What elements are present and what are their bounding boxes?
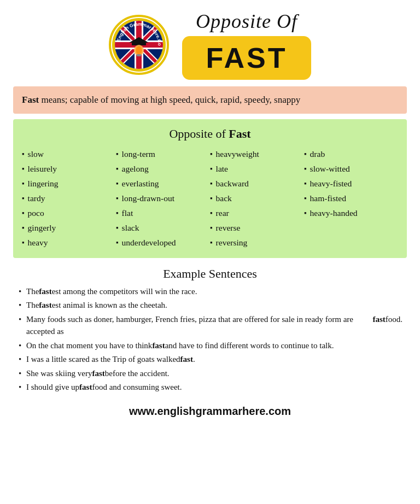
sentence-item: The fastest among the competitors will w… [18, 285, 402, 298]
word-text: slack [122, 221, 139, 235]
bullet-icon: ▪ [116, 193, 119, 204]
word-text: long-drawn-out [122, 192, 174, 205]
word-badge: FAST [182, 36, 312, 80]
word-item: ▪underdeveloped [116, 236, 210, 249]
bullet-icon: ▪ [116, 149, 119, 160]
word-item: ▪slack [116, 221, 210, 235]
word-text: slow-witted [310, 162, 350, 175]
word-text: reversing [216, 236, 248, 249]
word-text: reverse [216, 221, 241, 235]
word-column-1: ▪long-term▪agelong▪everlasting▪long-draw… [116, 148, 210, 249]
word-text: long-term [122, 148, 155, 161]
bullet-icon: ▪ [210, 237, 213, 248]
bullet-icon: ▪ [116, 178, 119, 189]
sentence-item: I should give up fast food and consuming… [18, 381, 402, 394]
word-item: ▪agelong [116, 162, 210, 175]
definition-word: Fast [22, 95, 39, 105]
opposites-title-bold: Fast [229, 127, 250, 140]
word-item: ▪flat [116, 207, 210, 220]
word-text: slow [28, 148, 44, 161]
word-text: poco [28, 207, 44, 220]
word-item: ▪backward [210, 177, 304, 190]
word-item: ▪gingerly [22, 221, 116, 235]
word-text: gingerly [28, 221, 56, 235]
bullet-icon: ▪ [210, 149, 213, 160]
word-item: ▪heavyweight [210, 148, 304, 161]
word-item: ▪drab [304, 148, 398, 161]
word-text: rear [216, 207, 229, 220]
word-item: ▪heavy-fisted [304, 177, 398, 190]
bullet-icon: ▪ [210, 193, 213, 204]
bullet-icon: ▪ [210, 178, 213, 189]
sentence-item: I was a little scared as the Trip of goa… [18, 353, 402, 366]
word-item: ▪rear [210, 207, 304, 220]
examples-section: Example Sentences The fastest among the … [13, 265, 407, 400]
word-item: ▪leisurely [22, 162, 116, 175]
word-item: ▪back [210, 192, 304, 205]
bullet-icon: ▪ [116, 222, 119, 233]
word-column-3: ▪drab▪slow-witted▪heavy-fisted▪ham-fiste… [304, 148, 398, 249]
word-item: ▪reversing [210, 236, 304, 249]
sentence-item: The fastest animal is known as the cheet… [18, 299, 402, 312]
word-text: lingering [28, 177, 59, 190]
word-text: heavy-handed [310, 207, 358, 220]
word-item: ▪tardy [22, 192, 116, 205]
word-item: ▪heavy [22, 236, 116, 249]
opposites-grid: ▪slow▪leisurely▪lingering▪tardy▪poco▪gin… [22, 148, 398, 249]
bullet-icon: ▪ [22, 193, 25, 204]
word-text: backward [216, 177, 249, 190]
bullet-icon: ▪ [210, 208, 213, 219]
word-text: heavyweight [216, 148, 259, 161]
title-area: Opposite Of FAST [182, 10, 312, 80]
bullet-icon: ▪ [22, 222, 25, 233]
bullet-icon: ▪ [22, 178, 25, 189]
sentence-item: On the chat moment you have to think fas… [18, 339, 402, 352]
footer-url: www.englishgrammarhere.com [13, 405, 407, 418]
word-text: tardy [28, 192, 45, 205]
sentence-bold: fast [372, 313, 385, 326]
sentence-list: The fastest among the competitors will w… [18, 285, 402, 394]
bullet-icon: ▪ [22, 208, 25, 219]
bullet-icon: ▪ [116, 163, 119, 174]
bullet-icon: ▪ [22, 149, 25, 160]
svg-rect-18 [137, 54, 141, 56]
bullet-icon: ▪ [116, 237, 119, 248]
definition-text: means; capable of moving at high speed, … [39, 95, 300, 105]
bullet-icon: ▪ [304, 178, 307, 189]
bullet-icon: ▪ [22, 163, 25, 174]
bullet-icon: ▪ [304, 208, 307, 219]
logo-circle: English Grammar Here.Com [109, 15, 169, 75]
word-text: ham-fisted [310, 192, 346, 205]
opposites-title: Opposite of Fast [22, 127, 398, 141]
sentence-item: Many foods such as doner, hamburger, Fre… [18, 313, 402, 338]
sentence-bold: fast [39, 299, 51, 312]
opposites-title-plain: Opposite of [169, 127, 229, 140]
word-item: ▪poco [22, 207, 116, 220]
sentence-item: She was skiing very fast before the acci… [18, 367, 402, 380]
word-text: heavy-fisted [310, 177, 352, 190]
word-item: ▪long-drawn-out [116, 192, 210, 205]
word-column-2: ▪heavyweight▪late▪backward▪back▪rear▪rev… [210, 148, 304, 249]
word-item: ▪reverse [210, 221, 304, 235]
word-item: ▪slow [22, 148, 116, 161]
word-item: ▪late [210, 162, 304, 175]
bullet-icon: ▪ [210, 222, 213, 233]
bullet-icon: ▪ [304, 193, 307, 204]
word-text: everlasting [122, 177, 159, 190]
page-title: Opposite Of [196, 10, 298, 33]
word-text: agelong [122, 162, 149, 175]
svg-point-17 [136, 46, 142, 54]
sentence-bold: fast [39, 285, 51, 298]
word-text: heavy [28, 236, 48, 249]
word-text: underdeveloped [122, 236, 176, 249]
word-text: leisurely [28, 162, 57, 175]
word-item: ▪ham-fisted [304, 192, 398, 205]
sentence-bold: fast [180, 353, 193, 366]
word-item: ▪everlasting [116, 177, 210, 190]
word-text: late [216, 162, 228, 175]
word-item: ▪lingering [22, 177, 116, 190]
word-item: ▪slow-witted [304, 162, 398, 175]
main-word: FAST [206, 42, 288, 74]
bullet-icon: ▪ [304, 163, 307, 174]
word-text: flat [122, 207, 133, 220]
